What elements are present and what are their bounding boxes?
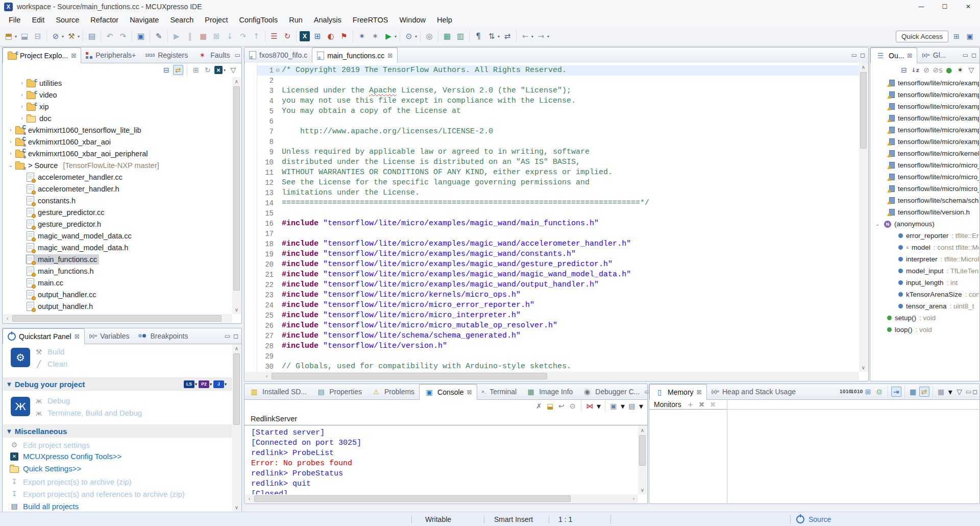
go-to-address-icon[interactable]: ⇥ [891, 387, 901, 397]
forward-button[interactable]: →▾ [534, 30, 550, 43]
tree-item-evkmimxrt1060-tensorflow-lite-lib[interactable]: ›Csevkmimxrt1060_tensorflow_lite_lib [3, 124, 232, 136]
run-button[interactable]: ▶▾ [382, 30, 398, 43]
quickstart-mcuxpres-so-config-tools-[interactable]: ✕MCUXpres­so Config Tools>> [10, 452, 121, 461]
editor-hscrollbar[interactable]: ‹ [245, 372, 859, 380]
expand-arrow-icon[interactable]: › [7, 139, 14, 145]
tab-terminal[interactable]: >_Terminal [477, 384, 522, 399]
view-menu-icon[interactable]: ▽ [966, 65, 976, 75]
minimize-view-icon[interactable]: ▭ [963, 52, 968, 59]
tab-installed-sd-[interactable]: ▥Installed SD... [244, 384, 311, 399]
outline-item-loop-[interactable]: loop() : void [871, 324, 979, 336]
view-menu-icon[interactable]: ▽ [954, 387, 965, 397]
remove-all-monitors-icon[interactable]: ✖ [709, 400, 717, 409]
link-memory-rendering-icon[interactable]: ⇄ [919, 387, 929, 397]
build-button[interactable]: ⚒▾ [65, 30, 81, 43]
tree-item-gesture-predictor-h[interactable]: gesture_predictor.h [3, 218, 232, 230]
image-info-button[interactable]: ▦ [440, 30, 454, 43]
tree-item-doc[interactable]: ›doc [3, 112, 232, 124]
save-button[interactable]: ⬓ [18, 30, 31, 43]
maximize-view-icon[interactable]: ◻ [860, 52, 865, 59]
heap-stack-button[interactable]: ▥ [454, 30, 467, 43]
console-hscrollbar[interactable]: ‹ › [245, 494, 638, 503]
configtools-button[interactable]: X [299, 30, 311, 43]
disconnect-button[interactable]: ⊠ [210, 30, 223, 43]
outline-item--anonymous-[interactable]: ⌄N(anonymous) [871, 218, 979, 230]
outline-item-tensorflow-lite-micro-examples-magic-wand-constants-h[interactable]: tensorflow/lite/micro/examples/magic_wan… [871, 101, 979, 112]
pins-tool-button[interactable]: ⊞ [311, 30, 324, 43]
tree-item--source[interactable]: ⌄#> Source[TensorFlowLite-NXP master] [3, 159, 232, 171]
minimize-view-icon[interactable]: ▭ [966, 388, 971, 395]
tab-project-explo-[interactable]: cProject Explo...⊠ [3, 47, 81, 63]
remove-launch-icon[interactable]: ⋈ [584, 401, 595, 411]
probe-chip-ls[interactable]: LS [184, 380, 194, 388]
debug-section-header[interactable]: ▼ Debug your project LS▾P2▾J▾ [3, 377, 232, 391]
hide-fields-icon[interactable]: ⊘ [921, 65, 932, 75]
view-menu-icon[interactable]: ▽ [228, 65, 238, 75]
outline-item-ktensorarenasize[interactable]: kTensorArenaSize : const int [871, 289, 979, 300]
close-tab-icon[interactable]: ⊠ [71, 52, 76, 59]
lto-icon[interactable]: ✶ [955, 65, 965, 75]
tab-gl-[interactable]: (x)=Gl... [917, 47, 950, 63]
hide-static-icon[interactable]: ⊘s [933, 65, 943, 75]
tree-item-main-cc[interactable]: main.cc [3, 277, 232, 289]
maximize-button[interactable]: ☐ [933, 0, 957, 13]
quickstart-quick-settings-[interactable]: Quick Settings>> [10, 464, 81, 473]
peripherals-tool-button[interactable]: ⚑ [337, 30, 351, 43]
maximize-view-icon[interactable]: ◻ [972, 388, 977, 395]
tree-item-evkmimxrt1060-xbar-aoi-peripheral[interactable]: ›Csevkmimxrt1060_xbar_aoi_peripheral [3, 148, 232, 159]
tab-variables[interactable]: (x)=Variables [85, 328, 134, 344]
scroll-lock-icon[interactable]: ⬓ [545, 401, 555, 411]
tree-item-main-functions-cc[interactable]: main_functions.cc [3, 253, 232, 265]
menu-run[interactable]: Run [283, 16, 308, 24]
filter-button[interactable]: ✕▾ [214, 63, 227, 77]
search-button[interactable]: ◎ [423, 30, 436, 43]
tree-item-magic-wand-model-data-h[interactable]: magic_wand_model_data.h [3, 242, 232, 253]
tree-item-xip[interactable]: ›cxip [3, 101, 232, 112]
back-button[interactable]: ←▾ [519, 30, 534, 43]
tab-properties[interactable]: ▤Properties [311, 384, 366, 399]
project-tree-vscrollbar[interactable]: ∧ ∨ [232, 77, 241, 314]
tab-peripherals-[interactable]: Peripherals+ [81, 47, 140, 63]
tab-registers[interactable]: 1010Registers [140, 47, 192, 63]
close-button[interactable]: ✕ [957, 0, 980, 13]
tree-item-constants-h[interactable]: constants.h [3, 195, 232, 206]
collapse-all-icon[interactable]: ⊟ [899, 65, 909, 75]
outline-item-tensorflow-lite-micro-examples-magic-wand-magic-wand-model-data-h[interactable]: tensorflow/lite/micro/examples/magic_wan… [871, 124, 979, 136]
console-output[interactable]: [Started server][Connected on port 3025]… [245, 426, 638, 494]
profile-trace-button[interactable]: ☰ [267, 30, 281, 43]
sync-edit-button[interactable]: ⇄ [501, 30, 514, 43]
outline-item-tensorflow-lite-micro-examples-magic-wand-output-handler-h[interactable]: tensorflow/lite/micro/examples/magic_wan… [871, 136, 979, 148]
close-tab-icon[interactable]: ⊠ [467, 389, 472, 396]
sort-icon[interactable]: ↓z [910, 65, 920, 75]
redo-button[interactable]: ↷ [116, 30, 130, 43]
code-editor[interactable]: 1⊖/* Copyright 2019 The TensorFlow Autho… [245, 63, 859, 372]
menu-configtools[interactable]: ConfigTools [233, 16, 283, 24]
expand-arrow-icon[interactable]: › [7, 127, 14, 133]
menu-freertos[interactable]: FreeRTOS [347, 16, 394, 24]
tab-console[interactable]: ▣Console⊠ [419, 384, 477, 400]
outline-item-tensorflow-lite-micro-micro-mutable-op-resolver-h[interactable]: tensorflow/lite/micro/micro_mutable_op_r… [871, 183, 979, 195]
export-memory-icon[interactable]: 1010 [841, 387, 851, 397]
tab-fxos8700-fifo-c[interactable]: fxos8700_fifo.c [244, 47, 312, 63]
menu-refactor[interactable]: Refactor [85, 16, 124, 24]
focus-on-active-task-icon[interactable]: ⊞ [191, 65, 201, 75]
outline-item-tensorflow-lite-micro-examples-magic-wand-accelerometer-handler-h[interactable]: tensorflow/lite/micro/examples/magic_wan… [871, 89, 979, 101]
expand-arrow-icon[interactable]: › [18, 115, 26, 121]
tree-item-video[interactable]: ›cvideo [3, 89, 232, 101]
outline-item-model[interactable]: cmodel : const tflite::Model [871, 242, 979, 253]
remove-memory-monitor-icon[interactable]: ✖ [698, 400, 706, 409]
outline-item-interpreter[interactable]: interpreter : tflite::MicroInterpreter [871, 253, 979, 265]
collapse-all-icon[interactable]: ⊟ [161, 65, 172, 75]
outline-item-error-reporter[interactable]: error_reporter : tflite::ErrorReporter [871, 230, 979, 242]
probe-chip-p2[interactable]: P2 [199, 380, 209, 388]
tab-ou-[interactable]: ☰Ou...⊠ [870, 47, 917, 63]
outline-item-model-input[interactable]: model_input : TfLiteTensor [871, 265, 979, 277]
tree-item-output-handler-h[interactable]: output_handler.h [3, 300, 232, 312]
expand-arrow-icon[interactable]: › [18, 92, 26, 98]
tree-item-accelerometer-handler-h[interactable]: accelerometer_handler.h [3, 183, 232, 195]
outline-item-tensorflow-lite-micro-micro-error-reporter-h[interactable]: tensorflow/lite/micro/micro_error_report… [871, 159, 979, 171]
menu-project[interactable]: Project [199, 16, 233, 24]
reset-target-button[interactable]: ↻ [281, 30, 294, 43]
tree-item-output-handler-cc[interactable]: output_handler.cc [3, 289, 232, 300]
expand-arrow-icon[interactable]: › [7, 151, 14, 156]
